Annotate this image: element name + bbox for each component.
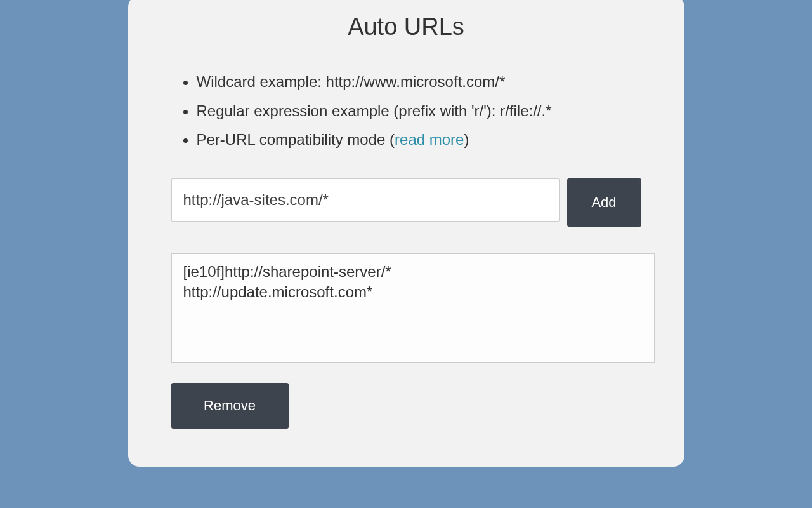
add-url-row: Add [171,178,641,227]
help-compat: Per-URL compatibility mode (read more) [197,125,641,154]
remove-button[interactable]: Remove [171,383,289,429]
add-button[interactable]: Add [567,178,641,227]
auto-urls-card: Auto URLs Wildcard example: http://www.m… [128,0,684,467]
help-wildcard: Wildcard example: http://www.microsoft.c… [197,67,641,97]
page-title: Auto URLs [171,13,641,41]
help-list: Wildcard example: http://www.microsoft.c… [171,67,641,154]
read-more-link[interactable]: read more [395,131,464,148]
url-input[interactable] [171,178,560,222]
url-list-textarea[interactable] [171,253,655,363]
help-compat-prefix: Per-URL compatibility mode ( [197,131,395,148]
help-regex: Regular expression example (prefix with … [197,97,641,126]
help-compat-suffix: ) [464,131,469,148]
